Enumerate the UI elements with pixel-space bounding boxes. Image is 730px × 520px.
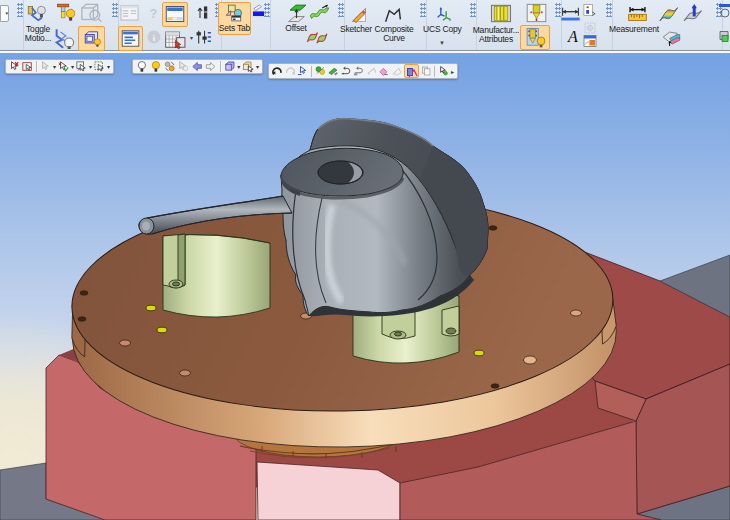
svg-text:?: ? bbox=[150, 6, 158, 21]
svg-text:A: A bbox=[567, 28, 578, 45]
